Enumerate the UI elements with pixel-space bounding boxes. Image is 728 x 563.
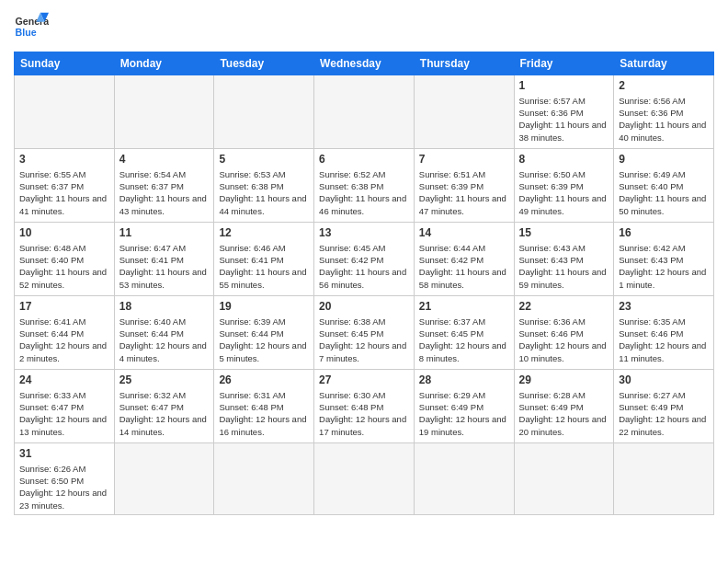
calendar-day-cell: 16Sunrise: 6:42 AMSunset: 6:43 PMDayligh…	[614, 223, 714, 296]
calendar-day-cell	[414, 75, 514, 149]
day-number: 7	[419, 152, 509, 167]
calendar-day-cell: 20Sunrise: 6:38 AMSunset: 6:45 PMDayligh…	[314, 296, 415, 370]
day-number: 28	[419, 373, 509, 388]
day-number: 10	[19, 225, 109, 241]
day-number: 21	[419, 299, 509, 315]
generalblue-icon: General Blue	[14, 9, 49, 44]
day-info: Sunrise: 6:50 AMSunset: 6:39 PMDaylight:…	[519, 168, 609, 217]
day-number: 1	[519, 78, 609, 94]
day-number: 11	[119, 225, 210, 241]
calendar-day-cell: 14Sunrise: 6:44 AMSunset: 6:42 PMDayligh…	[414, 223, 514, 296]
day-info: Sunrise: 6:41 AMSunset: 6:44 PMDaylight:…	[19, 316, 109, 364]
calendar-day-cell: 11Sunrise: 6:47 AMSunset: 6:41 PMDayligh…	[114, 223, 214, 296]
day-number: 26	[219, 373, 309, 388]
calendar-day-cell	[214, 75, 314, 149]
weekday-header-row: SundayMondayTuesdayWednesdayThursdayFrid…	[15, 52, 714, 75]
calendar-week-row: 17Sunrise: 6:41 AMSunset: 6:44 PMDayligh…	[15, 296, 714, 370]
weekday-header-saturday: Saturday	[614, 52, 714, 75]
svg-text:Blue: Blue	[16, 27, 37, 38]
header: General Blue	[14, 9, 714, 44]
calendar-day-cell	[514, 443, 614, 515]
day-info: Sunrise: 6:28 AMSunset: 6:49 PMDaylight:…	[519, 389, 609, 438]
weekday-header-wednesday: Wednesday	[314, 52, 415, 75]
day-info: Sunrise: 6:57 AMSunset: 6:36 PMDaylight:…	[519, 95, 609, 144]
day-info: Sunrise: 6:45 AMSunset: 6:42 PMDaylight:…	[319, 242, 409, 291]
day-info: Sunrise: 6:27 AMSunset: 6:49 PMDaylight:…	[619, 389, 709, 438]
calendar-week-row: 3Sunrise: 6:55 AMSunset: 6:37 PMDaylight…	[15, 149, 714, 223]
calendar-day-cell: 27Sunrise: 6:30 AMSunset: 6:48 PMDayligh…	[314, 370, 415, 443]
day-number: 25	[119, 373, 210, 388]
calendar-day-cell: 17Sunrise: 6:41 AMSunset: 6:44 PMDayligh…	[15, 296, 115, 370]
weekday-header-tuesday: Tuesday	[214, 52, 314, 75]
day-info: Sunrise: 6:44 AMSunset: 6:42 PMDaylight:…	[419, 242, 509, 291]
calendar-day-cell: 28Sunrise: 6:29 AMSunset: 6:49 PMDayligh…	[414, 370, 514, 443]
logo: General Blue	[14, 9, 49, 44]
calendar-day-cell	[314, 75, 415, 149]
calendar-table: SundayMondayTuesdayWednesdayThursdayFrid…	[14, 52, 714, 515]
day-number: 9	[619, 152, 709, 167]
day-number: 20	[319, 299, 409, 315]
calendar-week-row: 1Sunrise: 6:57 AMSunset: 6:36 PMDaylight…	[15, 75, 714, 149]
day-number: 17	[19, 299, 109, 315]
day-info: Sunrise: 6:30 AMSunset: 6:48 PMDaylight:…	[319, 389, 409, 438]
day-info: Sunrise: 6:26 AMSunset: 6:50 PMDaylight:…	[19, 463, 109, 511]
calendar-day-cell: 25Sunrise: 6:32 AMSunset: 6:47 PMDayligh…	[114, 370, 214, 443]
calendar-day-cell: 8Sunrise: 6:50 AMSunset: 6:39 PMDaylight…	[514, 149, 614, 223]
calendar-day-cell: 9Sunrise: 6:49 AMSunset: 6:40 PMDaylight…	[614, 149, 714, 223]
calendar-week-row: 24Sunrise: 6:33 AMSunset: 6:47 PMDayligh…	[15, 370, 714, 443]
day-number: 24	[19, 373, 109, 388]
calendar-day-cell: 5Sunrise: 6:53 AMSunset: 6:38 PMDaylight…	[214, 149, 314, 223]
day-number: 19	[219, 299, 309, 315]
day-number: 5	[219, 152, 309, 167]
calendar-day-cell: 31Sunrise: 6:26 AMSunset: 6:50 PMDayligh…	[15, 443, 115, 515]
day-number: 22	[519, 299, 609, 315]
day-info: Sunrise: 6:29 AMSunset: 6:49 PMDaylight:…	[419, 389, 509, 438]
calendar-day-cell: 10Sunrise: 6:48 AMSunset: 6:40 PMDayligh…	[15, 223, 115, 296]
weekday-header-monday: Monday	[114, 52, 214, 75]
day-number: 31	[19, 446, 109, 462]
day-info: Sunrise: 6:54 AMSunset: 6:37 PMDaylight:…	[119, 168, 210, 217]
calendar-day-cell: 30Sunrise: 6:27 AMSunset: 6:49 PMDayligh…	[614, 370, 714, 443]
day-number: 4	[119, 152, 210, 167]
day-number: 14	[419, 225, 509, 241]
day-number: 27	[319, 373, 409, 388]
day-number: 30	[619, 373, 709, 388]
calendar-day-cell: 15Sunrise: 6:43 AMSunset: 6:43 PMDayligh…	[514, 223, 614, 296]
calendar-day-cell: 4Sunrise: 6:54 AMSunset: 6:37 PMDaylight…	[114, 149, 214, 223]
calendar-day-cell: 22Sunrise: 6:36 AMSunset: 6:46 PMDayligh…	[514, 296, 614, 370]
weekday-header-friday: Friday	[514, 52, 614, 75]
weekday-header-thursday: Thursday	[414, 52, 514, 75]
day-info: Sunrise: 6:56 AMSunset: 6:36 PMDaylight:…	[619, 95, 709, 144]
calendar-day-cell	[114, 443, 214, 515]
calendar-day-cell: 19Sunrise: 6:39 AMSunset: 6:44 PMDayligh…	[214, 296, 314, 370]
day-number: 6	[319, 152, 409, 167]
calendar-day-cell: 12Sunrise: 6:46 AMSunset: 6:41 PMDayligh…	[214, 223, 314, 296]
calendar-day-cell: 1Sunrise: 6:57 AMSunset: 6:36 PMDaylight…	[514, 75, 614, 149]
day-number: 12	[219, 225, 309, 241]
day-info: Sunrise: 6:39 AMSunset: 6:44 PMDaylight:…	[219, 316, 309, 364]
calendar-day-cell: 18Sunrise: 6:40 AMSunset: 6:44 PMDayligh…	[114, 296, 214, 370]
day-number: 2	[619, 78, 709, 94]
calendar-day-cell: 26Sunrise: 6:31 AMSunset: 6:48 PMDayligh…	[214, 370, 314, 443]
day-number: 16	[619, 225, 709, 241]
day-info: Sunrise: 6:47 AMSunset: 6:41 PMDaylight:…	[119, 242, 210, 291]
day-info: Sunrise: 6:52 AMSunset: 6:38 PMDaylight:…	[319, 168, 409, 217]
calendar-day-cell	[314, 443, 415, 515]
day-info: Sunrise: 6:49 AMSunset: 6:40 PMDaylight:…	[619, 168, 709, 217]
day-info: Sunrise: 6:32 AMSunset: 6:47 PMDaylight:…	[119, 389, 210, 438]
day-info: Sunrise: 6:55 AMSunset: 6:37 PMDaylight:…	[19, 168, 109, 217]
calendar-day-cell: 6Sunrise: 6:52 AMSunset: 6:38 PMDaylight…	[314, 149, 415, 223]
day-info: Sunrise: 6:31 AMSunset: 6:48 PMDaylight:…	[219, 389, 309, 438]
calendar-day-cell: 24Sunrise: 6:33 AMSunset: 6:47 PMDayligh…	[15, 370, 115, 443]
calendar-day-cell	[414, 443, 514, 515]
calendar-day-cell: 13Sunrise: 6:45 AMSunset: 6:42 PMDayligh…	[314, 223, 415, 296]
day-info: Sunrise: 6:51 AMSunset: 6:39 PMDaylight:…	[419, 168, 509, 217]
day-info: Sunrise: 6:37 AMSunset: 6:45 PMDaylight:…	[419, 316, 509, 364]
day-info: Sunrise: 6:53 AMSunset: 6:38 PMDaylight:…	[219, 168, 309, 217]
calendar-day-cell: 3Sunrise: 6:55 AMSunset: 6:37 PMDaylight…	[15, 149, 115, 223]
day-number: 23	[619, 299, 709, 315]
day-info: Sunrise: 6:40 AMSunset: 6:44 PMDaylight:…	[119, 316, 210, 364]
calendar-day-cell	[614, 443, 714, 515]
calendar-day-cell	[214, 443, 314, 515]
day-info: Sunrise: 6:35 AMSunset: 6:46 PMDaylight:…	[619, 316, 709, 364]
